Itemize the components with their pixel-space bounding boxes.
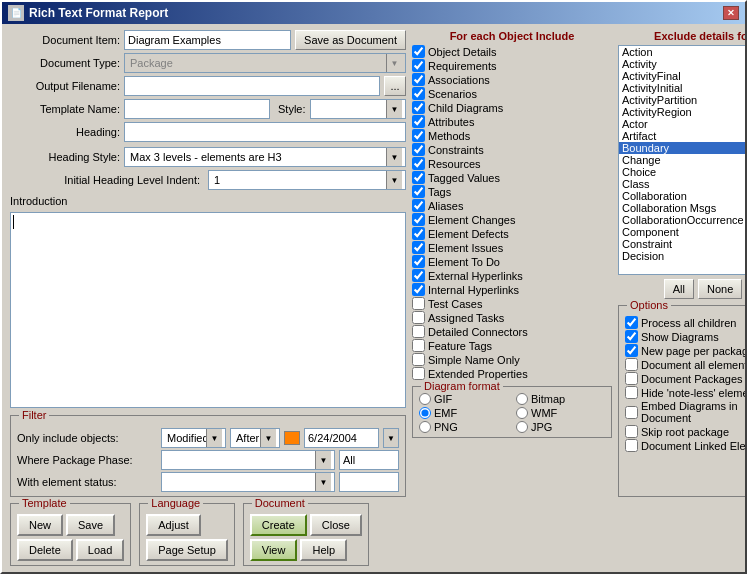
exclude-list-item[interactable]: ActivityRegion <box>619 106 747 118</box>
create-button[interactable]: Create <box>250 514 307 536</box>
exclude-list-item[interactable]: Artifact <box>619 130 747 142</box>
diagram-format-option[interactable]: PNG <box>419 421 508 433</box>
option-item[interactable]: New page per package <box>625 344 747 357</box>
object-include-checkbox[interactable] <box>412 199 425 212</box>
object-include-item[interactable]: Test Cases <box>412 297 612 310</box>
exclude-list-item[interactable]: Collaboration Msgs <box>619 202 747 214</box>
option-item[interactable]: Embed Diagrams in Document <box>625 400 747 424</box>
object-include-checkbox[interactable] <box>412 353 425 366</box>
diagram-format-option[interactable]: WMF <box>516 407 605 419</box>
help-button[interactable]: Help <box>300 539 347 561</box>
object-include-item[interactable]: Element To Do <box>412 255 612 268</box>
diagram-format-option[interactable]: Bitmap <box>516 393 605 405</box>
template-delete-button[interactable]: Delete <box>17 539 73 561</box>
option-item[interactable]: Hide 'note-less' elements <box>625 386 747 399</box>
object-include-item[interactable]: Feature Tags <box>412 339 612 352</box>
object-include-checkbox[interactable] <box>412 73 425 86</box>
template-save-button[interactable]: Save <box>66 514 115 536</box>
exclude-list[interactable]: ActionActivityActivityFinalActivityIniti… <box>618 45 747 275</box>
object-include-item[interactable]: Resources <box>412 157 612 170</box>
object-include-checkbox[interactable] <box>412 367 425 380</box>
exclude-list-item[interactable]: Choice <box>619 166 747 178</box>
object-include-checkbox[interactable] <box>412 59 425 72</box>
object-include-checkbox[interactable] <box>412 45 425 58</box>
exclude-list-item[interactable]: Decision <box>619 250 747 262</box>
object-include-checkbox[interactable] <box>412 241 425 254</box>
heading-input[interactable] <box>124 122 406 142</box>
after-combo[interactable]: After ▼ <box>230 428 280 448</box>
object-include-checkbox[interactable] <box>412 227 425 240</box>
object-include-checkbox[interactable] <box>412 101 425 114</box>
object-include-checkbox[interactable] <box>412 143 425 156</box>
object-include-item[interactable]: Scenarios <box>412 87 612 100</box>
exclude-list-item[interactable]: Action <box>619 46 747 58</box>
indent-combo[interactable]: 1 ▼ <box>208 170 406 190</box>
object-include-item[interactable]: Methods <box>412 129 612 142</box>
introduction-textbox[interactable] <box>10 212 406 408</box>
object-include-checkbox[interactable] <box>412 283 425 296</box>
object-include-checkbox[interactable] <box>412 339 425 352</box>
option-item[interactable]: Document Packages <box>625 372 747 385</box>
object-include-checkbox[interactable] <box>412 311 425 324</box>
object-include-checkbox[interactable] <box>412 129 425 142</box>
exclude-list-item[interactable]: Actor <box>619 118 747 130</box>
date-combo[interactable]: ▼ <box>383 428 399 448</box>
phase-all-input[interactable] <box>339 450 399 470</box>
diagram-format-option[interactable]: EMF <box>419 407 508 419</box>
object-include-item[interactable]: Child Diagrams <box>412 101 612 114</box>
all-button[interactable]: All <box>664 279 694 299</box>
exclude-list-item[interactable]: CollaborationOccurrence <box>619 214 747 226</box>
object-include-item[interactable]: Tags <box>412 185 612 198</box>
option-item[interactable]: Document all elements <box>625 358 747 371</box>
diagram-format-option[interactable]: JPG <box>516 421 605 433</box>
adjust-button[interactable]: Adjust <box>146 514 201 536</box>
page-setup-button[interactable]: Page Setup <box>146 539 228 561</box>
browse-button[interactable]: ... <box>384 76 406 96</box>
object-include-item[interactable]: Object Details <box>412 45 612 58</box>
object-include-item[interactable]: Associations <box>412 73 612 86</box>
save-as-document-button[interactable]: Save as Document <box>295 30 406 50</box>
object-include-item[interactable]: Element Changes <box>412 213 612 226</box>
object-include-item[interactable]: Element Defects <box>412 227 612 240</box>
object-include-item[interactable]: Extended Properties <box>412 367 612 380</box>
option-item[interactable]: Show Diagrams <box>625 330 747 343</box>
close-button[interactable]: ✕ <box>723 6 739 20</box>
object-include-checkbox[interactable] <box>412 87 425 100</box>
exclude-list-item[interactable]: ActivityPartition <box>619 94 747 106</box>
object-include-checkbox[interactable] <box>412 185 425 198</box>
exclude-list-item[interactable]: ActivityFinal <box>619 70 747 82</box>
output-filename-input[interactable] <box>124 76 380 96</box>
object-include-checkbox[interactable] <box>412 269 425 282</box>
exclude-list-item[interactable]: ActivityInitial <box>619 82 747 94</box>
exclude-list-item[interactable]: Constraint <box>619 238 747 250</box>
style-combo[interactable]: ▼ <box>310 99 406 119</box>
heading-style-combo[interactable]: Max 3 levels - elements are H3 ▼ <box>124 147 406 167</box>
status-value-input[interactable] <box>339 472 399 492</box>
option-item[interactable]: Document Linked Elements <box>625 439 747 452</box>
object-include-checkbox[interactable] <box>412 213 425 226</box>
option-item[interactable]: Skip root package <box>625 425 747 438</box>
exclude-list-item[interactable]: Collaboration <box>619 190 747 202</box>
object-include-item[interactable]: Requirements <box>412 59 612 72</box>
object-include-item[interactable]: Internal Hyperlinks <box>412 283 612 296</box>
object-include-item[interactable]: Constraints <box>412 143 612 156</box>
exclude-list-item[interactable]: Activity <box>619 58 747 70</box>
object-include-checkbox[interactable] <box>412 157 425 170</box>
doc-close-button[interactable]: Close <box>310 514 362 536</box>
object-include-checkbox[interactable] <box>412 325 425 338</box>
template-new-button[interactable]: New <box>17 514 63 536</box>
object-include-item[interactable]: Assigned Tasks <box>412 311 612 324</box>
object-include-item[interactable]: Attributes <box>412 115 612 128</box>
view-button[interactable]: View <box>250 539 298 561</box>
template-name-input[interactable] <box>124 99 270 119</box>
none-button[interactable]: None <box>698 279 742 299</box>
include-combo[interactable]: Modified ▼ <box>161 428 226 448</box>
exclude-list-item[interactable]: Component <box>619 226 747 238</box>
object-include-checkbox[interactable] <box>412 115 425 128</box>
option-item[interactable]: Process all children <box>625 316 747 329</box>
object-include-item[interactable]: Detailed Connectors <box>412 325 612 338</box>
exclude-list-item[interactable]: Change <box>619 154 747 166</box>
document-type-combo[interactable]: Package ▼ <box>124 53 406 73</box>
exclude-list-item[interactable]: Boundary <box>619 142 747 154</box>
exclude-list-item[interactable]: Class <box>619 178 747 190</box>
